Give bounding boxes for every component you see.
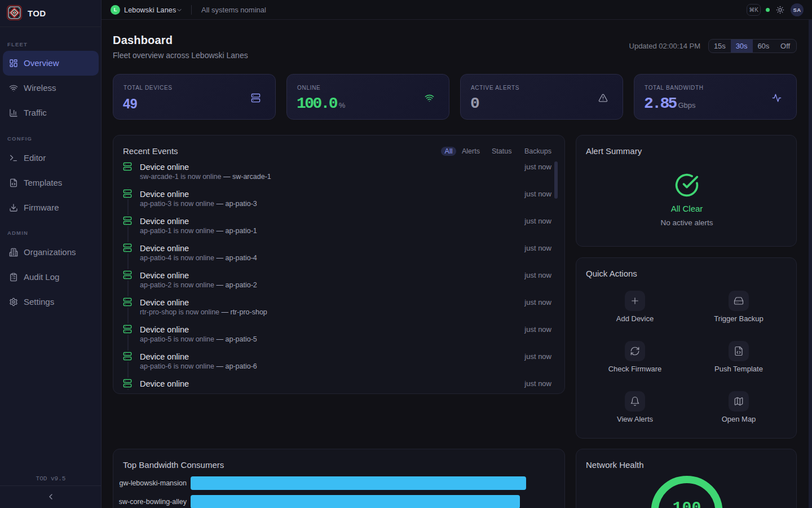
svg-text:100: 100 (673, 499, 701, 508)
